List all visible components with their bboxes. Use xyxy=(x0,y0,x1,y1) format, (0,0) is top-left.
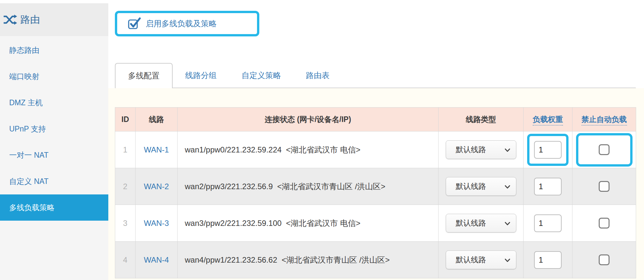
row-id: 4 xyxy=(115,242,136,278)
column-header-link[interactable]: 负载权重 xyxy=(533,115,563,126)
line-type-value: 默认线路 xyxy=(456,218,486,228)
wan-link-WAN-1[interactable]: WAN-1 xyxy=(144,145,169,154)
wan-lines-table: ID线路连接状态 (网卡/设备名/IP)线路类型负载权重禁止自动负载 1WAN-… xyxy=(115,107,636,278)
sidebar-title: 路由 xyxy=(20,13,40,27)
chevron-down-icon xyxy=(505,255,510,264)
table-row-WAN-1: 1WAN-1wan1/ppw0/221.232.59.224 <湖北省武汉市 电… xyxy=(115,131,636,168)
column-header-线路类型: 线路类型 xyxy=(439,108,524,131)
wan-link-WAN-4[interactable]: WAN-4 xyxy=(144,255,169,264)
line-type-select[interactable]: 默认线路 xyxy=(446,214,516,232)
disable-autoload-checkbox[interactable] xyxy=(599,254,610,265)
router-admin-page: 路由 静态路由端口映射DMZ 主机UPnP 支持一对一 NAT自定义 NAT多线… xyxy=(0,0,644,280)
tab-bar: 多线配置线路分组自定义策略路由表 xyxy=(115,63,636,88)
column-header-link[interactable]: 禁止自动负载 xyxy=(582,115,627,126)
sidebar-item-多线负载策略[interactable]: 多线负载策略 xyxy=(0,194,108,221)
sidebar-item-端口映射[interactable]: 端口映射 xyxy=(0,63,108,90)
connection-status: wan4/ppw1/221.232.56.62 <湖北省武汉市青山区 /洪山区> xyxy=(178,242,439,278)
tab-路由表[interactable]: 路由表 xyxy=(293,63,342,88)
line-type-select[interactable]: 默认线路 xyxy=(446,177,516,196)
tab-线路分组[interactable]: 线路分组 xyxy=(173,63,229,88)
load-weight-input[interactable] xyxy=(534,178,562,195)
sidebar-item-一对一 NAT[interactable]: 一对一 NAT xyxy=(0,142,108,168)
sidebar: 路由 静态路由端口映射DMZ 主机UPnP 支持一对一 NAT自定义 NAT多线… xyxy=(0,3,108,280)
enable-multiline-checkbox[interactable]: 启用多线负载及策略 xyxy=(128,17,217,30)
sidebar-item-自定义 NAT[interactable]: 自定义 NAT xyxy=(0,168,108,194)
column-header-连接状态 (网卡/设备名/IP): 连接状态 (网卡/设备名/IP) xyxy=(178,108,439,131)
line-type-select[interactable]: 默认线路 xyxy=(446,140,516,159)
sidebar-item-静态路由[interactable]: 静态路由 xyxy=(0,37,108,63)
row-id: 1 xyxy=(115,131,136,168)
row-id: 2 xyxy=(115,168,136,205)
chevron-down-icon xyxy=(505,145,510,154)
sidebar-item-UPnP 支持[interactable]: UPnP 支持 xyxy=(0,116,108,142)
line-type-value: 默认线路 xyxy=(456,255,486,265)
weight-highlight-box xyxy=(527,134,569,166)
connection-status: wan1/ppw0/221.232.59.224 <湖北省武汉市 电信> xyxy=(178,131,439,168)
line-type-value: 默认线路 xyxy=(456,145,486,155)
wan-link-WAN-2[interactable]: WAN-2 xyxy=(144,182,169,191)
line-type-value: 默认线路 xyxy=(456,181,486,191)
tab-多线配置[interactable]: 多线配置 xyxy=(115,63,173,88)
tab-content-area: ID线路连接状态 (网卡/设备名/IP)线路类型负载权重禁止自动负载 1WAN-… xyxy=(108,88,644,280)
tab-自定义策略[interactable]: 自定义策略 xyxy=(229,63,293,88)
sidebar-item-DMZ 主机[interactable]: DMZ 主机 xyxy=(0,90,108,116)
enable-multiline-highlight-box: 启用多线负载及策略 xyxy=(115,11,259,36)
sidebar-nav: 静态路由端口映射DMZ 主机UPnP 支持一对一 NAT自定义 NAT多线负载策… xyxy=(0,36,108,221)
table-row-WAN-3: 3WAN-3wan3/ppw2/221.232.59.100 <湖北省武汉市 电… xyxy=(115,205,636,242)
row-id: 3 xyxy=(115,205,136,242)
shuffle-icon xyxy=(3,14,18,26)
load-weight-input[interactable] xyxy=(534,214,562,232)
disable-autoload-checkbox[interactable] xyxy=(599,181,610,192)
column-header-禁止自动负载[interactable]: 禁止自动负载 xyxy=(572,108,636,131)
wan-link-WAN-3[interactable]: WAN-3 xyxy=(144,219,169,228)
disable-autoload-checkbox[interactable] xyxy=(599,144,610,155)
table-header-row: ID线路连接状态 (网卡/设备名/IP)线路类型负载权重禁止自动负载 xyxy=(115,108,636,131)
column-header-ID: ID xyxy=(115,108,136,131)
column-header-线路: 线路 xyxy=(136,108,178,131)
table-row-WAN-4: 4WAN-4wan4/ppw1/221.232.56.62 <湖北省武汉市青山区… xyxy=(115,242,636,278)
load-weight-input[interactable] xyxy=(534,251,562,269)
column-header-负载权重[interactable]: 负载权重 xyxy=(524,108,572,131)
connection-status: wan2/ppw3/221.232.56.9 <湖北省武汉市青山区 /洪山区> xyxy=(178,168,439,205)
enable-multiline-label: 启用多线负载及策略 xyxy=(146,18,217,29)
connection-status: wan3/ppw2/221.232.59.100 <湖北省武汉市 电信> xyxy=(178,205,439,242)
disable-highlight-box xyxy=(576,133,633,167)
main-content: 启用多线负载及策略 多线配置线路分组自定义策略路由表 ID线路连接状态 (网卡/… xyxy=(108,0,644,280)
chevron-down-icon xyxy=(505,182,510,191)
line-type-select[interactable]: 默认线路 xyxy=(446,250,516,269)
disable-autoload-checkbox[interactable] xyxy=(599,218,610,229)
table-row-WAN-2: 2WAN-2wan2/ppw3/221.232.56.9 <湖北省武汉市青山区 … xyxy=(115,168,636,205)
load-weight-input[interactable] xyxy=(534,141,562,159)
chevron-down-icon xyxy=(505,219,510,228)
checked-checkbox-icon[interactable] xyxy=(128,17,141,30)
sidebar-header: 路由 xyxy=(0,3,108,36)
